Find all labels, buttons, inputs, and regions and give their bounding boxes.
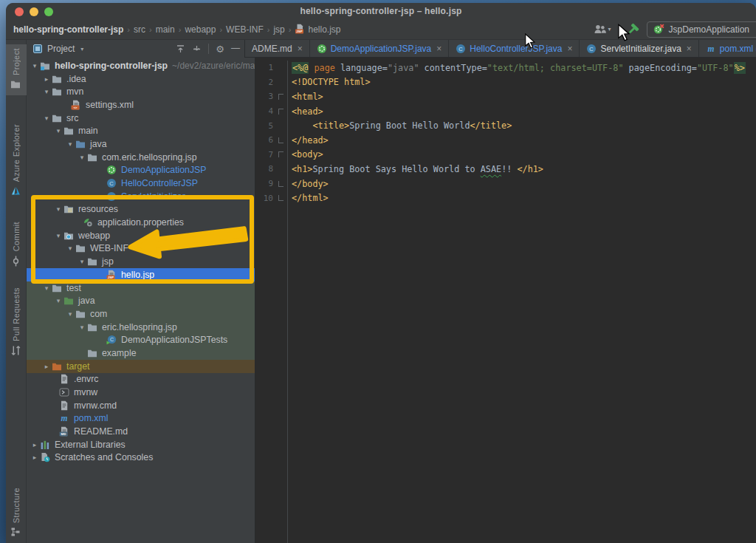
fold-marker-icon[interactable] <box>277 109 286 115</box>
tree-row-java[interactable]: ▾java <box>27 137 255 151</box>
chevron-down-icon[interactable]: ▾ <box>65 245 75 252</box>
chevron-down-icon[interactable]: ▾ <box>53 127 63 134</box>
breadcrumb-item[interactable]: hello-spring-controller-jsp <box>13 24 123 35</box>
breadcrumb-item[interactable]: main <box>156 24 175 35</box>
close-icon[interactable]: × <box>687 44 692 54</box>
chevron-down-icon[interactable]: ▾ <box>41 284 52 292</box>
fold-marker-icon[interactable] <box>277 181 286 187</box>
tree-row-web-inf[interactable]: ▾WEB-INF <box>27 242 255 256</box>
code-line[interactable]: </head> <box>292 133 756 148</box>
tree-row-jsp[interactable]: ▾jsp <box>27 255 255 268</box>
breadcrumb-item[interactable]: webapp <box>185 24 216 35</box>
tree-row-demoapplicationjsptests[interactable]: CDemoApplicationJSPTests <box>27 333 255 346</box>
code-line[interactable]: <body> <box>292 148 756 163</box>
tree-row-java[interactable]: ▾java <box>27 294 255 307</box>
tree-row-application.properties[interactable]: application.properties <box>27 216 255 229</box>
tree-row-com.eric.hellospring.jsp[interactable]: ▾com.eric.hellospring.jsp <box>27 151 255 164</box>
tree-row-test[interactable]: ▾test <box>27 281 255 295</box>
tree-row-servletinitializer[interactable]: CServletInitializer <box>27 190 255 203</box>
chevron-right-icon[interactable]: ▸ <box>30 454 40 461</box>
chevron-right-icon[interactable]: ▸ <box>41 75 52 83</box>
close-icon[interactable]: × <box>298 44 303 54</box>
fold-marker-icon[interactable] <box>277 195 286 201</box>
hammer-icon[interactable] <box>627 23 639 35</box>
sidebar-item-commit[interactable]: Commit <box>6 218 27 271</box>
chevron-down-icon[interactable]: ▾ <box>53 297 63 304</box>
breadcrumb-item[interactable]: JSPhello.jsp <box>295 24 340 35</box>
chevron-down-icon[interactable]: ▾ <box>65 310 75 318</box>
tree-row-external-libraries[interactable]: ▸External Libraries <box>27 438 255 451</box>
fold-marker-icon[interactable] <box>277 94 286 100</box>
chevron-down-icon[interactable]: ▾ <box>77 154 87 161</box>
tree-row-src[interactable]: ▾src <box>27 112 255 125</box>
fold-marker-icon[interactable] <box>277 151 286 157</box>
tree-row-.envrc[interactable]: .envrc <box>27 373 255 386</box>
fold-marker-icon[interactable] <box>277 137 286 143</box>
chevron-down-icon[interactable]: ▾ <box>77 324 87 331</box>
code-line[interactable]: <%@ page language="java" contentType="te… <box>292 61 756 75</box>
code-line[interactable]: <title>Spring Boot Hello World</title> <box>292 118 756 133</box>
tree-row-hello-spring-controller-jsp[interactable]: ▾hello-spring-controller-jsp~/dev2/azure… <box>27 59 255 72</box>
chevron-down-icon[interactable]: ▾ <box>41 115 52 122</box>
close-window-button[interactable] <box>15 7 24 16</box>
chevron-right-icon[interactable]: ▸ <box>41 363 52 370</box>
tree-row-target[interactable]: ▸target <box>27 360 255 373</box>
expand-all-icon[interactable] <box>176 44 185 54</box>
sidebar-item-pull-requests[interactable]: Pull Requests <box>6 284 27 361</box>
code-line[interactable]: <html> <box>292 89 756 104</box>
settings-gear-icon[interactable]: ⚙ <box>216 44 224 55</box>
editor-tab[interactable]: CServletInitializer.java× <box>580 40 698 57</box>
tree-row-readme.md[interactable]: MDREADME.md <box>27 425 255 438</box>
close-icon[interactable]: × <box>436 44 441 54</box>
chevron-down-icon[interactable]: ▾ <box>80 46 83 52</box>
breadcrumb-item[interactable]: WEB-INF <box>226 24 264 35</box>
zoom-window-button[interactable] <box>44 7 53 16</box>
tree-row-mvnw[interactable]: mvnw <box>27 386 255 399</box>
editor-tab[interactable]: ADME.md× <box>245 40 310 57</box>
chevron-down-icon[interactable]: ▾ <box>65 140 75 148</box>
users-icon[interactable]: ▾ <box>593 24 611 35</box>
chevron-down-icon[interactable]: ▾ <box>77 258 87 265</box>
tree-row-demoapplicationjsp[interactable]: DemoApplicationJSP <box>27 164 255 177</box>
editor-tab[interactable]: CHelloControllerJSP.java× <box>449 40 580 57</box>
code-line[interactable]: <head> <box>292 104 756 119</box>
chevron-down-icon[interactable]: ▾ <box>30 62 40 69</box>
code-line[interactable]: </html> <box>292 191 756 205</box>
collapse-all-icon[interactable] <box>192 44 202 54</box>
code-line[interactable]: <h1>Spring Boot Says Hello World to ASAE… <box>292 162 756 177</box>
code-line[interactable]: </body> <box>292 177 756 191</box>
tree-row-mvnw.cmd[interactable]: mvnw.cmd <box>27 399 255 412</box>
editor-code-area[interactable]: <%@ page language="java" contentType="te… <box>288 61 756 543</box>
chevron-down-icon[interactable]: ▾ <box>53 205 63 213</box>
chevron-right-icon[interactable]: ▸ <box>30 441 40 448</box>
editor-tab[interactable]: DemoApplicationJSP.java× <box>310 40 450 57</box>
run-configuration-selector[interactable]: JspDemoApplication <box>647 21 756 38</box>
tree-row-hello.jsp[interactable]: JSPhello.jsp <box>27 268 255 281</box>
tree-row-mvn[interactable]: ▾mvn <box>27 85 255 98</box>
tree-row-eric.hellospring.jsp[interactable]: ▾eric.hellospring.jsp <box>27 321 255 334</box>
tree-row-settings.xml[interactable]: <>settings.xml <box>27 98 255 112</box>
tree-row-com[interactable]: ▾com <box>27 307 255 321</box>
minimize-window-button[interactable] <box>30 7 38 16</box>
tree-row-.idea[interactable]: ▸.idea <box>27 72 255 86</box>
tree-row-main[interactable]: ▾main <box>27 124 255 137</box>
chevron-down-icon[interactable]: ▾ <box>41 88 52 95</box>
chevron-down-icon[interactable]: ▾ <box>53 232 63 239</box>
tree-row-hellocontrollerjsp[interactable]: CHelloControllerJSP <box>27 177 255 190</box>
project-tree[interactable]: ▾hello-spring-controller-jsp~/dev2/azure… <box>27 58 255 543</box>
code-line[interactable]: <!DOCTYPE html> <box>292 75 756 90</box>
tree-row-example[interactable]: example <box>27 346 255 360</box>
editor-tab[interactable]: mpom.xml (hello-spring-contro <box>699 40 756 57</box>
close-icon[interactable]: × <box>567 44 572 54</box>
code-editor[interactable]: 12345678910 <%@ page language="java" con… <box>255 58 756 543</box>
tree-row-pom.xml[interactable]: mpom.xml <box>27 412 255 426</box>
sidebar-item-project[interactable]: Project <box>6 44 27 95</box>
hide-icon[interactable]: — <box>231 43 240 53</box>
sidebar-item-azure-explorer[interactable]: Azure Explorer <box>6 120 27 202</box>
tree-row-webapp[interactable]: ▾webapp <box>27 229 255 242</box>
sidebar-item-structure[interactable]: Structure <box>6 484 27 543</box>
tree-row-resources[interactable]: ▾resources <box>27 203 255 216</box>
tree-row-scratches-and-consoles[interactable]: ▸Scratches and Consoles <box>27 451 255 465</box>
breadcrumb-item[interactable]: src <box>134 24 145 35</box>
breadcrumb-item[interactable]: jsp <box>273 24 284 35</box>
